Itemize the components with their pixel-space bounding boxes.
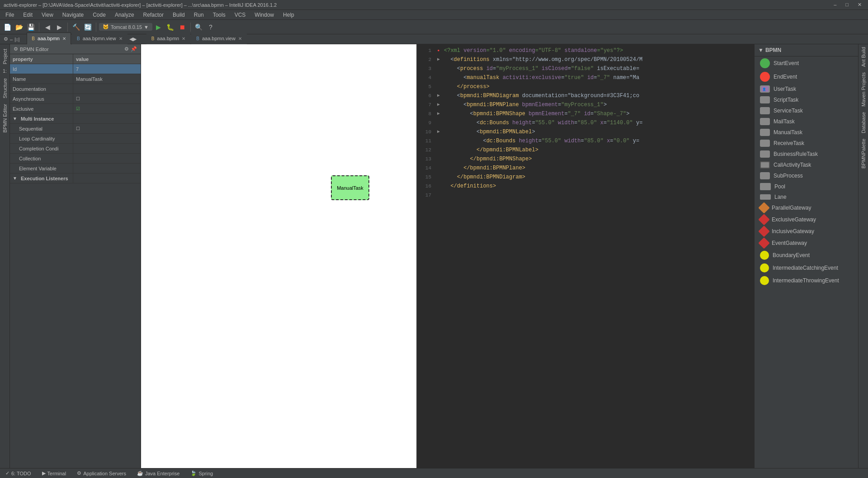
palette-item-lane[interactable]: Lane — [755, 192, 858, 202]
prop-row-async[interactable]: Asynchronous ☐ — [10, 94, 141, 104]
minimize-button[interactable]: – — [831, 1, 839, 9]
properties-settings[interactable]: ⚙ — [124, 46, 129, 52]
prop-row-completion[interactable]: Completion Condi — [10, 144, 141, 154]
tab-aaa-bpmn-view-2[interactable]: B aaa.bpmn.view ✕ — [191, 33, 247, 44]
prop-section-exec-listeners[interactable]: ▼ Execution Listeners — [10, 173, 141, 183]
palette-item-boundary-event[interactable]: BoundaryEvent — [755, 249, 858, 262]
bottom-tab-app-servers[interactable]: ⚙ Application Servers — [75, 469, 128, 477]
toolbar-forward[interactable]: ▶ — [54, 22, 65, 33]
palette-item-mail-task[interactable]: MailTask — [755, 116, 858, 127]
tab-aaa-bpmn-view-1[interactable]: B aaa.bpmn.view ✕ — [72, 33, 127, 44]
prop-value-element-var[interactable] — [73, 164, 141, 173]
xml-editor[interactable]: 1●<?xml version="1.0" encoding="UTF-8" s… — [417, 44, 754, 468]
palette-item-call-activity-task[interactable]: CallActivityTask — [755, 159, 858, 170]
palette-item-intermediate-catch[interactable]: IntermediateCatchingEvent — [755, 262, 858, 274]
palette-item-intermediate-throw[interactable]: IntermediateThrowingEvent — [755, 274, 858, 287]
menu-item-vcs[interactable]: VCS — [231, 11, 250, 19]
palette-item-end-event[interactable]: EndEvent — [755, 70, 858, 84]
palette-item-event-gw[interactable]: EventGateway — [755, 237, 858, 249]
bpmn-task-manual[interactable]: ManualTask — [331, 175, 369, 200]
prop-value-sequential[interactable]: ☐ — [73, 124, 141, 133]
prop-value-exclusive[interactable]: ☑ — [73, 104, 141, 113]
prop-value-loop-card[interactable] — [73, 134, 141, 143]
menu-item-refactor[interactable]: Refactor — [140, 11, 167, 19]
prop-row-sequential[interactable]: Sequential ☐ — [10, 124, 141, 134]
sidebar-tab-1[interactable]: 1: — [1, 67, 8, 75]
fold-arrow[interactable]: ▶ — [437, 100, 440, 109]
toolbar-new[interactable]: 📄 — [2, 22, 13, 33]
palette-item-inclusive-gw[interactable]: InclusiveGateway — [755, 225, 858, 237]
palette-item-exclusive-gw[interactable]: ExclusiveGateway — [755, 214, 858, 225]
prop-row-id[interactable]: Id 7 — [10, 64, 141, 74]
toolbar-open[interactable]: 📂 — [14, 22, 24, 33]
prop-value-doc[interactable] — [73, 84, 141, 94]
toolbar-help[interactable]: ? — [205, 22, 216, 33]
prop-value-name[interactable]: ManualTask — [73, 74, 141, 84]
menu-item-view[interactable]: View — [38, 11, 57, 19]
palette-item-business-rule-task[interactable]: BusinessRuleTask — [755, 149, 858, 159]
prop-row-collection[interactable]: Collection — [10, 154, 141, 164]
right-tab-maven[interactable]: Maven Projects — [859, 70, 868, 109]
prop-row-name[interactable]: Name ManualTask — [10, 74, 141, 84]
bottom-tab-terminal[interactable]: ▶ Terminal — [40, 469, 68, 477]
breadcrumb-icon[interactable]: ⚙ — [4, 36, 8, 42]
tomcat-selector[interactable]: 🐱 Tomcat 8.0.15 ▼ — [99, 23, 152, 31]
menu-item-build[interactable]: Build — [169, 11, 189, 19]
prop-section-multi-instance[interactable]: ▼ Multi Instance — [10, 114, 141, 124]
bottom-tab-spring[interactable]: 🍃 Spring — [189, 469, 215, 477]
bottom-tab-todo[interactable]: ✓ 6: TODO — [4, 469, 33, 477]
palette-item-script-task[interactable]: ScriptTask — [755, 94, 858, 105]
toolbar-rebuild[interactable]: 🔄 — [82, 22, 93, 33]
right-tab-ant-build[interactable]: Ant Build — [859, 44, 868, 70]
right-tab-database[interactable]: Database — [859, 109, 868, 136]
menu-item-file[interactable]: File — [2, 11, 18, 19]
palette-item-parallel-gw[interactable]: ParallelGateway — [755, 202, 858, 214]
sidebar-tab-bpmn-editor[interactable]: BPMN Editor — [1, 101, 9, 136]
prop-row-documentation[interactable]: Documentation — [10, 84, 141, 94]
fold-arrow[interactable]: ▶ — [437, 55, 440, 64]
prop-value-completion[interactable] — [73, 144, 141, 153]
tab-close-4[interactable]: ✕ — [238, 36, 242, 41]
palette-item-user-task[interactable]: 👤 UserTask — [755, 84, 858, 94]
sequential-checkbox[interactable]: ☐ — [76, 126, 80, 131]
toolbar-build[interactable]: 🔨 — [71, 22, 81, 33]
palette-item-receive-task[interactable]: ReceiveTask — [755, 138, 858, 149]
prop-row-element-var[interactable]: Element Variable — [10, 164, 141, 173]
tab-overflow[interactable]: ◀▶ — [128, 36, 137, 42]
tab-close-3[interactable]: ✕ — [182, 36, 185, 41]
async-checkbox[interactable]: ☐ — [76, 96, 80, 101]
menu-item-edit[interactable]: Edit — [19, 11, 36, 19]
bpmn-canvas-inner[interactable]: ManualTask — [141, 44, 416, 468]
section-toggle-multi[interactable]: ▼ — [13, 116, 19, 121]
palette-item-pool[interactable]: Pool — [755, 181, 858, 192]
stop-button[interactable]: ⏹ — [177, 22, 188, 33]
menu-item-run[interactable]: Run — [190, 11, 208, 19]
palette-item-subprocess[interactable]: SubProcess — [755, 170, 858, 181]
palette-item-service-task[interactable]: ServiceTask — [755, 105, 858, 116]
sidebar-tab-structure[interactable]: Structure — [1, 75, 9, 101]
palette-item-start-event[interactable]: StartEvent — [755, 56, 858, 70]
fold-arrow[interactable]: ▶ — [437, 91, 440, 100]
maximize-button[interactable]: □ — [843, 1, 851, 9]
menu-item-code[interactable]: Code — [89, 11, 109, 19]
tab-aaa-bpmn-1[interactable]: B aaa.bpmn ✕ — [27, 33, 71, 44]
prop-value-async[interactable]: ☐ — [73, 94, 141, 103]
exclusive-checkbox[interactable]: ☑ — [76, 106, 80, 111]
section-toggle-exec[interactable]: ▼ — [13, 176, 19, 181]
tab-aaa-bpmn-2[interactable]: B aaa.bpmn ✕ — [146, 33, 191, 44]
right-tab-bpmn-palette[interactable]: BPMNPalette — [859, 136, 868, 171]
run-button[interactable]: ▶ — [153, 22, 164, 33]
sidebar-tab-project[interactable]: Project — [1, 46, 9, 67]
menu-item-help[interactable]: Help — [279, 11, 298, 19]
palette-item-manual-task[interactable]: ManualTask — [755, 127, 858, 138]
prop-row-loop-card[interactable]: Loop Cardinality — [10, 134, 141, 144]
toolbar-back[interactable]: ◀ — [42, 22, 53, 33]
tab-close-2[interactable]: ✕ — [119, 36, 123, 41]
fold-arrow[interactable]: ▶ — [437, 109, 440, 118]
tab-close-1[interactable]: ✕ — [62, 36, 66, 41]
properties-pin[interactable]: 📌 — [131, 46, 137, 52]
prop-value-id[interactable]: 7 — [73, 64, 141, 74]
menu-item-analyze[interactable]: Analyze — [111, 11, 138, 19]
toolbar-search[interactable]: 🔍 — [193, 22, 204, 33]
debug-button[interactable]: 🐛 — [165, 22, 176, 33]
